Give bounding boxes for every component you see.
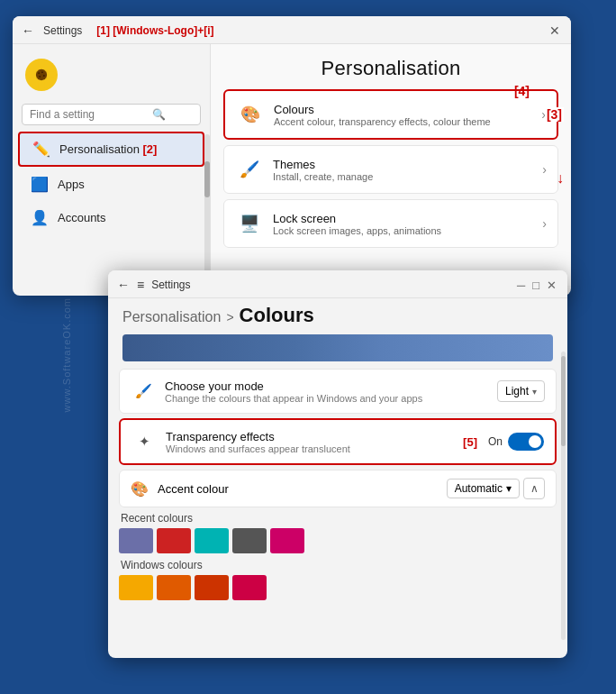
accent-expand-button[interactable]: ∧ [523,478,545,499]
bottom-titlebar-title: Settings [151,279,190,291]
recent-swatch-1[interactable] [119,528,153,553]
bottom-close-button[interactable]: ✕ [547,279,557,292]
windows-colour-swatches [119,575,557,600]
avatar [25,59,58,91]
lockscreen-chevron-icon: › [542,216,547,231]
mode-dropdown[interactable]: Light ▾ [497,380,545,402]
accent-control: Automatic ▾ ∧ [447,478,545,499]
mode-icon: 🖌️ [131,379,156,404]
sidebar-item-personalisation[interactable]: ✏️ Personalisation [2] [18,132,204,167]
mode-text: Choose your mode Change the colours that… [165,379,497,404]
svg-point-11 [39,76,41,78]
transparency-control: [5] On [463,433,544,451]
sidebar-scrollbar[interactable] [204,134,210,279]
label-2: [2] [143,142,158,156]
transparency-text: Transparency effects Windows and surface… [166,430,463,454]
bottom-min-button[interactable]: ─ [517,279,525,292]
accent-row: 🎨 Accent colour Automatic ▾ ∧ [119,470,557,507]
transparency-icon: ✦ [131,429,157,454]
windows-colours-label: Windows colours [121,559,557,571]
recent-swatch-4[interactable] [232,528,267,553]
recent-swatch-5[interactable] [270,528,304,553]
mode-dropdown-value: Light [505,385,529,397]
settings-item-themes[interactable]: 🖌️ Themes Install, create, manage › [223,145,558,194]
breadcrumb-current: Colours [240,304,314,327]
back-button[interactable]: ← [22,23,34,38]
themes-text: Themes Install, create, manage [273,158,542,182]
search-box[interactable]: 🔍 [22,104,201,125]
lockscreen-text: Lock screen Lock screen images, apps, an… [273,212,542,236]
bottom-scrollbar[interactable] [561,352,566,640]
svg-point-8 [38,72,40,74]
windows-swatch-4[interactable] [232,575,267,600]
mode-control: Light ▾ [497,380,545,402]
sidebar: 🔍 ✏️ Personalisation [2] 🟦 Apps 👤 Accoun… [13,44,211,286]
bottom-window-controls: ─ □ ✕ [517,279,557,292]
lockscreen-title: Lock screen [273,212,542,225]
bottom-titlebar: ← ≡ Settings ─ □ ✕ [108,270,567,298]
themes-desc: Install, create, manage [273,171,542,182]
recent-swatch-2[interactable] [157,528,191,553]
accounts-icon: 👤 [31,209,49,226]
windows-swatch-3[interactable] [195,575,229,600]
top-settings-window: ← Settings [1] [Windows-Logo]+[i] ✕ [13,16,571,296]
windows-colours-section: Windows colours [108,559,567,600]
mode-dropdown-arrow-icon: ▾ [532,387,537,397]
titlebar-left: ← Settings [1] [Windows-Logo]+[i] [22,23,214,38]
sidebar-scrollbar-thumb [204,161,210,197]
bottom-titlebar-left: ← ≡ Settings [117,278,191,292]
colours-text: Colours Accent colour, transparency effe… [274,103,541,127]
themes-icon: 🖌️ [235,155,264,184]
accent-dropdown-arrow-icon: ▾ [506,482,512,495]
search-input[interactable] [30,108,147,121]
bottom-settings-list: 🖌️ Choose your mode Change the colours t… [108,369,567,470]
shortcut-label: [1] [Windows-Logo]+[i] [96,24,213,37]
svg-point-9 [41,71,43,73]
main-title-top: Personalisation [211,44,571,89]
windows-swatch-2[interactable] [157,575,191,600]
settings-item-colours[interactable]: [4] 🎨 Colours Accent colour, transparenc… [223,89,558,140]
search-icon: 🔍 [152,108,166,121]
watermark-text: www.SoftwareOK.com :-) [61,282,72,413]
sidebar-item-apps[interactable]: 🟦 Apps [18,169,204,200]
windows-swatch-1[interactable] [119,575,153,600]
accent-icon: 🎨 [131,480,149,498]
bottom-settings-window: ← ≡ Settings ─ □ ✕ Personalisation > Col… [108,270,567,658]
svg-point-7 [36,69,47,80]
mode-title: Choose your mode [165,379,497,393]
colours-icon: 🎨 [236,100,265,129]
breadcrumb-parent[interactable]: Personalisation [122,309,221,325]
bottom-max-button[interactable]: □ [532,279,539,292]
themes-chevron-icon: › [542,162,547,177]
bottom-back-button[interactable]: ← [117,278,130,292]
settings-item-lockscreen[interactable]: 🖥️ Lock screen Lock screen images, apps,… [223,199,558,248]
colours-desc: Accent colour, transparency effects, col… [274,116,541,127]
arrow-down-indicator: ↓ [557,170,564,187]
titlebar-title-text: Settings [43,24,82,37]
close-button-top[interactable]: ✕ [549,23,560,38]
settings-list-top: [4] 🎨 Colours Accent colour, transparenc… [211,89,571,248]
recent-colours-label: Recent colours [121,512,557,525]
sidebar-item-label-apps: Apps [58,178,85,191]
recent-colour-swatches [119,528,557,553]
themes-title: Themes [273,158,542,171]
bottom-scrollbar-thumb [561,356,566,446]
transparency-toggle[interactable] [508,433,544,451]
top-titlebar: ← Settings [1] [Windows-Logo]+[i] ✕ [13,16,571,44]
sidebar-item-label-accounts: Accounts [58,211,105,224]
window-body-top: 🔍 ✏️ Personalisation [2] 🟦 Apps 👤 Accoun… [13,44,571,286]
recent-swatch-3[interactable] [195,528,229,553]
personalisation-icon: ✏️ [32,141,50,158]
bottom-hamburger-button[interactable]: ≡ [137,278,144,292]
sidebar-item-accounts[interactable]: 👤 Accounts [18,202,204,233]
label-5: [5] [463,435,477,449]
transparency-desc: Windows and surfaces appear translucent [166,443,463,454]
transparency-item[interactable]: ✦ Transparency effects Windows and surfa… [119,418,557,465]
accent-dropdown[interactable]: Automatic ▾ [447,479,520,498]
accent-dropdown-value: Automatic [455,482,503,495]
transparency-toggle-label: On [488,435,503,448]
choose-mode-item[interactable]: 🖌️ Choose your mode Change the colours t… [119,369,557,414]
breadcrumb: Personalisation > Colours [108,298,567,331]
main-content-top: Personalisation [4] 🎨 Colours Accent col… [211,44,571,286]
lockscreen-icon: 🖥️ [235,209,264,238]
